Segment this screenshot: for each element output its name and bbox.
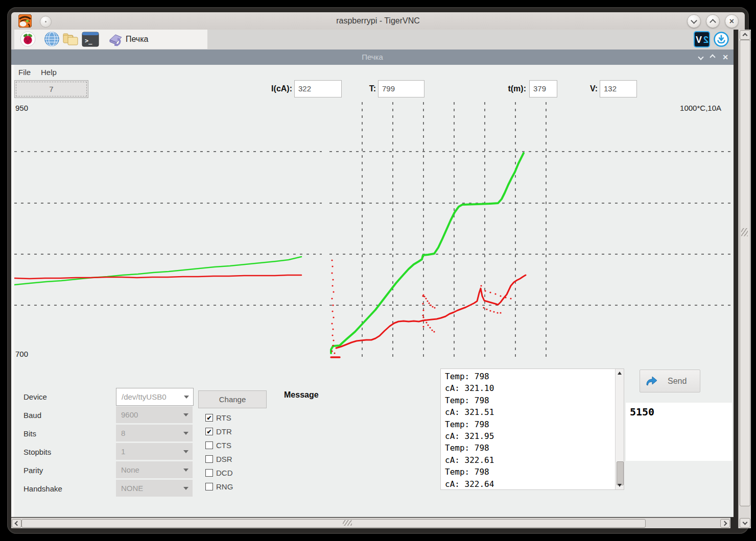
stopbits-combobox[interactable]: 1 xyxy=(116,443,193,460)
taskbar-task-button-pechka[interactable]: Печка xyxy=(105,30,207,49)
send-button[interactable]: Send xyxy=(640,370,700,392)
log-line: cA: 321.51 xyxy=(445,406,615,418)
vnc-window-frame: raspberrypi - TigerVNC × xyxy=(7,7,749,534)
bits-label: Bits xyxy=(23,426,105,441)
send-button-label: Send xyxy=(668,377,687,386)
send-arrow-icon xyxy=(645,375,658,387)
pechka-app-icon xyxy=(107,31,125,48)
log-line: Temp: 798 xyxy=(445,466,615,478)
parity-label: Parity xyxy=(23,463,105,478)
raspberry-menu-icon[interactable] xyxy=(20,31,36,47)
baud-label: Baud xyxy=(23,408,105,423)
change-button[interactable]: Change xyxy=(198,390,267,408)
log-scrollbar-thumb[interactable] xyxy=(617,461,624,485)
log-line: Temp: 798 xyxy=(445,371,615,382)
device-value: /dev/ttyUSB0 xyxy=(116,392,180,401)
handshake-combobox[interactable]: NONE xyxy=(116,480,193,497)
dsr-label: DSR xyxy=(216,455,232,463)
horizontal-scrollbar-thumb[interactable] xyxy=(21,519,646,528)
checkbox-icon xyxy=(205,469,213,477)
chevron-down-icon[interactable] xyxy=(180,396,193,399)
command-input[interactable]: 5150 xyxy=(626,403,732,461)
chevron-up-icon xyxy=(710,19,716,26)
temperature-field-label: T: xyxy=(339,80,376,97)
temperature-run-chart xyxy=(329,102,733,361)
file-manager-folder-icon[interactable] xyxy=(62,31,80,47)
baud-combobox[interactable]: 9600 xyxy=(116,406,193,423)
scroll-up-button[interactable] xyxy=(740,30,750,40)
scroll-down-icon[interactable] xyxy=(618,484,622,487)
log-line: cA: 322.61 xyxy=(445,454,615,466)
current-input[interactable]: 322 xyxy=(294,80,342,97)
viewport-horizontal-scrollbar[interactable] xyxy=(11,518,730,528)
vnc-minimize-button[interactable] xyxy=(687,14,701,28)
log-line: Temp: 798 xyxy=(445,419,615,430)
counter-button[interactable]: 7 xyxy=(14,80,88,98)
checkbox-icon: ✔ xyxy=(205,414,213,422)
vnc-titlebar: raspberrypi - TigerVNC × xyxy=(11,12,745,30)
temperature-history-chart xyxy=(14,102,322,361)
task-button-label: Печка xyxy=(126,35,148,44)
vnc-window-controls: × xyxy=(687,14,739,28)
handshake-label: Handshake xyxy=(23,481,105,497)
cts-label: CTS xyxy=(216,441,231,450)
scroll-down-button[interactable] xyxy=(740,518,750,528)
menu-help[interactable]: Help xyxy=(41,66,57,79)
log-line: cA: 321.95 xyxy=(445,430,615,442)
v-input[interactable]: 132 xyxy=(600,80,637,97)
dsr-checkbox[interactable]: DSR xyxy=(205,455,232,463)
chevron-down-icon[interactable] xyxy=(179,450,193,453)
baud-value: 9600 xyxy=(116,410,179,419)
temperature-input[interactable]: 799 xyxy=(378,80,424,97)
time-field-label: t(m): xyxy=(472,80,526,97)
stopbits-value: 1 xyxy=(116,447,179,456)
log-line: cA: 321.10 xyxy=(445,382,615,394)
dcd-checkbox[interactable]: DCD xyxy=(205,469,233,477)
chevron-down-icon xyxy=(691,17,697,24)
viewport-vertical-scrollbar[interactable] xyxy=(738,30,751,528)
remote-desktop-viewport: >_ Печка V 2 xyxy=(11,30,734,517)
checkbox-icon: ✔ xyxy=(205,428,213,435)
menu-file[interactable]: File xyxy=(18,66,31,79)
chevron-down-icon[interactable] xyxy=(179,413,193,416)
app-shade-button[interactable] xyxy=(698,54,704,60)
log-scrollbar[interactable] xyxy=(615,369,624,489)
app-close-button[interactable]: ✕ xyxy=(722,54,728,61)
parity-value: None xyxy=(116,465,179,474)
vnc-tray-icon[interactable]: V 2 xyxy=(694,31,710,47)
taskbar: >_ Печка V 2 xyxy=(11,30,734,50)
download-tray-icon[interactable] xyxy=(713,31,729,47)
pechka-window-body: File Help 7 I(cA): 322 T: 799 t(m): 379 … xyxy=(11,65,734,517)
bits-combobox[interactable]: 8 xyxy=(116,425,193,441)
dtr-checkbox[interactable]: ✔ DTR xyxy=(205,427,232,436)
parity-combobox[interactable]: None xyxy=(116,461,193,478)
rts-checkbox[interactable]: ✔ RTS xyxy=(205,413,231,422)
app-unshade-button[interactable] xyxy=(710,54,716,60)
rng-label: RNG xyxy=(216,482,233,491)
checkbox-icon xyxy=(205,441,213,449)
rng-checkbox[interactable]: RNG xyxy=(205,482,233,491)
web-browser-globe-icon[interactable] xyxy=(44,31,60,47)
vertical-scrollbar-thumb[interactable] xyxy=(740,40,750,506)
chevron-down-icon[interactable] xyxy=(179,432,193,435)
message-log[interactable]: Temp: 798 cA: 321.10 Temp: 798 cA: 321.5… xyxy=(440,368,624,490)
terminal-icon[interactable]: >_ xyxy=(82,31,99,47)
vnc-maximize-button[interactable] xyxy=(706,14,720,28)
chevron-down-icon[interactable] xyxy=(179,487,193,490)
vnc-close-button[interactable]: × xyxy=(725,14,739,28)
scroll-left-button[interactable] xyxy=(12,519,21,528)
bits-value: 8 xyxy=(116,429,179,437)
chevron-down-icon[interactable] xyxy=(179,469,193,472)
vnc-window-title: raspberrypi - TigerVNC xyxy=(11,16,745,26)
svg-text:2: 2 xyxy=(703,35,708,45)
device-label: Device xyxy=(23,389,105,405)
cts-checkbox[interactable]: CTS xyxy=(205,441,231,450)
device-combobox[interactable]: /dev/ttyUSB0 xyxy=(116,388,194,406)
message-label: Message xyxy=(284,390,319,400)
scroll-right-button[interactable] xyxy=(720,519,730,528)
time-input[interactable]: 379 xyxy=(529,80,557,97)
launcher-panel: >_ Печка xyxy=(14,30,204,49)
current-field-label: I(cA): xyxy=(241,80,292,97)
log-line: cA: 322.64 xyxy=(445,478,615,489)
scroll-up-icon[interactable] xyxy=(618,372,622,375)
